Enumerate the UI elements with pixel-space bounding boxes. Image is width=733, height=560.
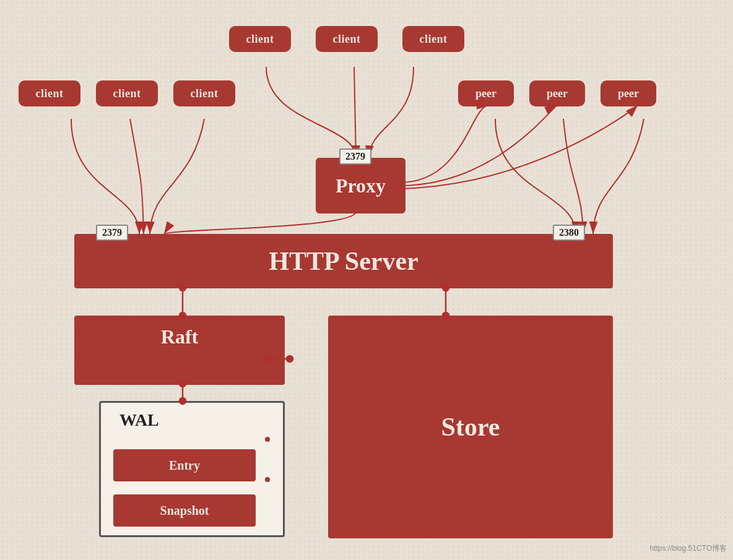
http-server-label: HTTP Server xyxy=(269,246,418,276)
client-top-1: client xyxy=(229,26,291,52)
wal-label: WAL xyxy=(119,410,159,430)
watermark: https://blog.51CTO博客 xyxy=(650,543,727,554)
raft-label: Raft xyxy=(161,325,198,348)
proxy-label: Proxy xyxy=(336,174,386,197)
entry-node: Entry xyxy=(113,449,256,481)
client-top-3: client xyxy=(402,26,464,52)
client-left-1: client xyxy=(19,80,80,106)
entry-label: Entry xyxy=(169,459,200,473)
peer-1: peer xyxy=(458,80,514,106)
peer-2: peer xyxy=(529,80,585,106)
proxy-port-label: 2379 xyxy=(339,149,371,165)
proxy-node: Proxy xyxy=(316,158,406,213)
snapshot-label: Snapshot xyxy=(160,504,209,518)
port-2379-label: 2379 xyxy=(96,225,128,241)
snapshot-node: Snapshot xyxy=(113,494,256,527)
wal-container: WAL Entry Snapshot xyxy=(99,401,285,537)
client-left-2: client xyxy=(96,80,158,106)
store-node: Store xyxy=(328,316,613,538)
store-label: Store xyxy=(441,412,500,442)
diagram: client client client client client clien… xyxy=(0,0,733,560)
raft-node: Raft xyxy=(74,316,285,385)
http-server-node: HTTP Server xyxy=(74,234,613,288)
port-2380-label: 2380 xyxy=(553,225,585,241)
client-top-2: client xyxy=(316,26,378,52)
peer-3: peer xyxy=(601,80,656,106)
client-left-3: client xyxy=(173,80,235,106)
